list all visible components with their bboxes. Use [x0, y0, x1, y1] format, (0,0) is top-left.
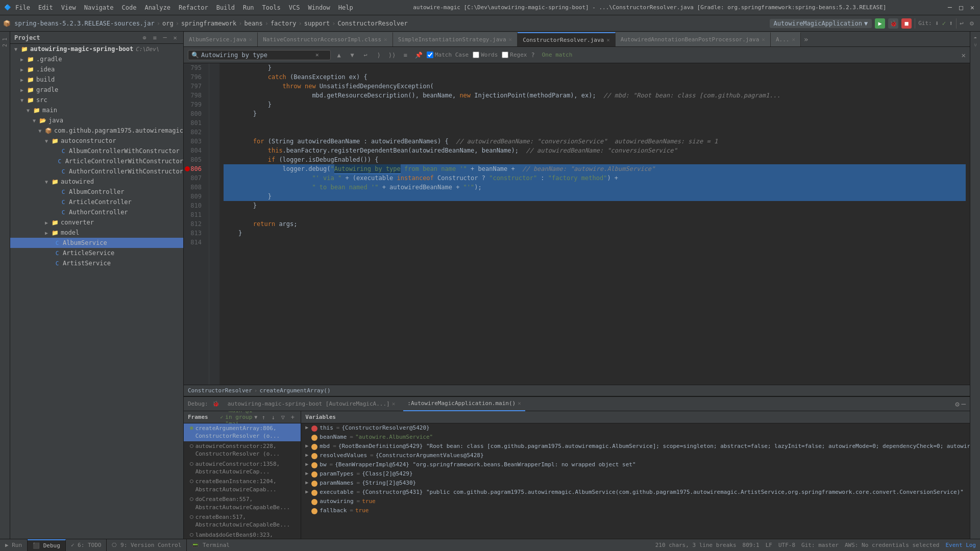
menu-edit[interactable]: Edit	[38, 4, 53, 11]
undo-btn[interactable]: ↩	[960, 19, 964, 27]
breadcrumb-jar[interactable]: 📦 spring-beans-5.2.3.RELEASE-sources.jar	[3, 20, 155, 27]
tab-simple-instantiation[interactable]: SimpleInstantiationStrategy.java ✕	[393, 32, 518, 46]
menu-help[interactable]: Help	[338, 4, 353, 11]
search-options-btn[interactable]: ⟩⟩	[387, 50, 397, 60]
tab-album-service-close[interactable]: ✕	[249, 36, 253, 43]
words-checkbox[interactable]	[473, 52, 479, 58]
frame-item-2[interactable]: ○ autowireConstructor:1358, AbstractAuto…	[184, 459, 301, 477]
frame-item-6[interactable]: ○ lambda$doGetBean$0:323, AbstractBeanFa…	[184, 530, 301, 539]
breadcrumb-springframework[interactable]: springframework	[181, 20, 236, 27]
bottom-tab-todo[interactable]: ✓ 6: TODO	[66, 539, 107, 551]
var-bw[interactable]: ▶ bw = {BeanWrapperImpl@5424} "org.sprin…	[301, 460, 970, 469]
var-executable[interactable]: ▶ executable = {Constructor@5431} "publi…	[301, 488, 970, 497]
event-log-btn[interactable]: Event Log	[945, 542, 976, 548]
tree-autoconstructor[interactable]: ▼ 📁 autoconstructor	[10, 136, 183, 146]
breadcrumb-file[interactable]: ConstructorResolver	[338, 20, 408, 27]
minimize-btn[interactable]: ─	[946, 4, 953, 11]
menu-analyze[interactable]: Analyze	[144, 4, 170, 11]
panel-close-btn[interactable]: ✕	[171, 34, 179, 42]
tree-article-controller[interactable]: C ArticleController	[10, 197, 183, 207]
git-commit-btn[interactable]: ✓	[942, 19, 946, 27]
tree-idea[interactable]: ▶ 📁 .idea	[10, 64, 183, 74]
frame-item-0[interactable]: ● createArgumentArray:806, ConstructorRe…	[184, 423, 301, 441]
frame-item-1[interactable]: ○ autowireConstructor:228, ConstructorRe…	[184, 441, 301, 459]
bottom-tab-terminal[interactable]: 📟 Terminal	[187, 539, 235, 551]
close-btn[interactable]: ✕	[969, 4, 976, 11]
tree-author-ctrl[interactable]: C AuthorControllerWithConstructor	[10, 166, 183, 177]
breadcrumb-support[interactable]: support	[304, 20, 330, 27]
tree-src[interactable]: ▼ 📁 src	[10, 95, 183, 105]
menu-file[interactable]: File	[15, 4, 30, 11]
var-this[interactable]: ▶ this = {ConstructorResolver@5420}	[301, 423, 970, 433]
search-wrap-btn[interactable]: ↩	[360, 50, 371, 60]
aws-icon[interactable]: ☁	[973, 34, 976, 39]
var-paramNames[interactable]: ▶ paramNames = {String[2]@5430}	[301, 479, 970, 488]
help-icon[interactable]: ?	[531, 52, 534, 59]
search-pin-btn[interactable]: 📌	[413, 50, 424, 60]
frame-item-4[interactable]: ○ doCreateBean:557, AbstractAutowireCapa…	[184, 494, 301, 512]
project-icon[interactable]: 1	[2, 38, 8, 41]
git-side-icon[interactable]: ⑂	[974, 42, 977, 48]
frames-add-btn[interactable]: +	[288, 413, 297, 421]
search-filter-btn[interactable]: ⟩	[374, 50, 384, 60]
tree-article-ctrl[interactable]: C ArticleControllerWithConstructor	[10, 156, 183, 166]
tree-artist-service[interactable]: C ArtistService	[10, 258, 183, 268]
breadcrumb-beans[interactable]: beans	[244, 20, 263, 27]
menu-code[interactable]: Code	[122, 4, 137, 11]
tab-overflow[interactable]: »	[801, 35, 811, 43]
tree-root[interactable]: ▼ 📁 autowiring-magic-spring-boot C:\Dev\	[10, 44, 183, 54]
debug-tab-main[interactable]: autowiring-magic-spring-boot [AutowireMa…	[224, 397, 400, 411]
tab-native-constructor[interactable]: NativeConstructorAccessorImpl.class ✕	[258, 32, 393, 46]
search-clear-btn[interactable]: ✕	[315, 52, 319, 58]
tab-more-close[interactable]: ✕	[792, 36, 795, 43]
menu-window[interactable]: Window	[308, 4, 330, 11]
match-case-checkbox[interactable]	[427, 52, 433, 58]
menu-vcs[interactable]: VCS	[289, 4, 300, 11]
frame-item-3[interactable]: ○ createBeanInstance:1204, AbstractAutow…	[184, 477, 301, 494]
tab-more[interactable]: A... ✕	[771, 32, 801, 46]
debug-button[interactable]: 🐞	[888, 18, 898, 29]
tab-simple-close[interactable]: ✕	[509, 36, 512, 43]
tree-model[interactable]: ▶ 📁 model	[10, 228, 183, 238]
tree-album-service[interactable]: C AlbumService	[10, 238, 183, 248]
app-selector[interactable]: AutowireMagicApplication ▼	[770, 19, 872, 28]
tab-album-service[interactable]: AlbumService.java ✕	[184, 32, 258, 46]
menu-run[interactable]: Run	[243, 4, 254, 11]
tree-converter[interactable]: ▶ 📁 converter	[10, 217, 183, 228]
match-case-option[interactable]: Match Case	[427, 52, 469, 58]
search-input[interactable]	[201, 52, 313, 59]
tree-build[interactable]: ▶ 📁 build	[10, 74, 183, 85]
panel-sync-btn[interactable]: ⊕	[140, 34, 149, 42]
menu-refactor[interactable]: Refactor	[179, 4, 208, 11]
thread-dropdown-icon[interactable]: ▼	[254, 414, 257, 420]
tab-constructor-resolver[interactable]: ConstructorResolver.java ✕	[518, 32, 616, 46]
breadcrumb-factory[interactable]: factory	[271, 20, 297, 27]
debug-tab-app-close[interactable]: ✕	[518, 400, 521, 407]
tree-gradle[interactable]: ▶ 📁 gradle	[10, 85, 183, 95]
var-beanName[interactable]: beanName = "autowire.AlbumService"	[301, 433, 970, 442]
menu-view[interactable]: View	[61, 4, 76, 11]
code-content[interactable]: } catch (BeansException ex) { throw new …	[219, 63, 970, 385]
breadcrumb-method[interactable]: createArgumentArray()	[259, 387, 330, 394]
menu-navigate[interactable]: Navigate	[84, 4, 114, 11]
regex-option[interactable]: Regex	[502, 52, 527, 58]
git-update-btn[interactable]: ⬇	[935, 19, 939, 27]
tree-author-controller[interactable]: C AuthorController	[10, 207, 183, 217]
tree-package[interactable]: ▼ 📦 com.github.pagram1975.autowiremagic	[10, 126, 183, 136]
tree-album-controller[interactable]: C AlbumController	[10, 187, 183, 197]
search-replace-btn[interactable]: ≡	[400, 50, 410, 60]
tree-article-service[interactable]: C ArticleService	[10, 248, 183, 258]
git-push-btn[interactable]: ⬆	[949, 19, 953, 27]
var-fallback[interactable]: fallback = true	[301, 506, 970, 515]
bottom-tab-run[interactable]: ▶ Run	[0, 539, 28, 551]
stop-button[interactable]: ■	[901, 18, 912, 29]
frames-down-btn[interactable]: ↓	[269, 413, 277, 421]
panel-minimize-btn[interactable]: ─	[161, 34, 169, 42]
bottom-tab-debug[interactable]: ⬛ Debug	[28, 539, 66, 551]
tab-autowired-close[interactable]: ✕	[762, 36, 765, 43]
breadcrumb-constructor-file[interactable]: ConstructorResolver	[188, 387, 252, 394]
tree-java[interactable]: ▼ 📂 java	[10, 115, 183, 126]
frame-item-5[interactable]: ○ createBean:517, AbstractAutowireCapabl…	[184, 512, 301, 530]
debug-settings-btn[interactable]: ⚙	[955, 400, 959, 408]
tree-gradle-hidden[interactable]: ▶ 📁 .gradle	[10, 54, 183, 64]
